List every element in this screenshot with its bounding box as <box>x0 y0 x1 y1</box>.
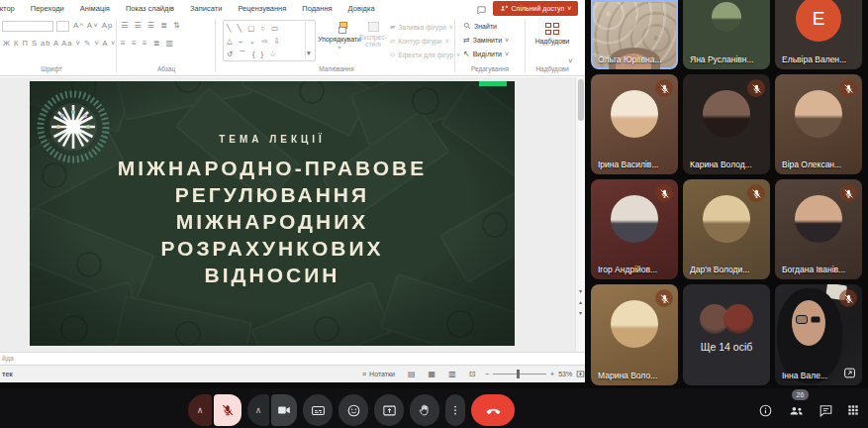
tab-review[interactable]: Рецензування <box>230 4 294 13</box>
mic-off-icon <box>659 83 670 94</box>
meeting-screen: Конструктор Переходи Анімація Показ слай… <box>0 0 868 428</box>
find-button[interactable]: Знайти <box>463 22 497 30</box>
mic-off-icon <box>221 403 235 417</box>
participant-tile[interactable]: Ще 14 осіб <box>683 284 770 385</box>
tab-help[interactable]: Довідка <box>340 4 383 13</box>
font-size-box[interactable] <box>56 21 69 32</box>
camera-button[interactable] <box>271 394 297 426</box>
tab-animations[interactable]: Анімація <box>72 4 118 13</box>
captions-icon <box>311 403 326 418</box>
replace-button[interactable]: ⇄ Замінити˅ <box>463 36 509 45</box>
chat-icon <box>819 403 833 418</box>
scrollbar-thumb[interactable] <box>578 79 584 121</box>
tab-view[interactable]: Подання <box>294 4 339 13</box>
group-label-paragraph: Абзац <box>137 65 196 72</box>
muted-mic-indicator <box>839 289 857 307</box>
participant-tile[interactable]: Дар'я Володи... <box>683 179 770 279</box>
reactions-button[interactable] <box>338 394 368 426</box>
more-participants-label: Ще 14 осіб <box>683 341 770 353</box>
mic-off-icon <box>659 188 670 199</box>
ribbon-collapse-icon[interactable]: ˅ <box>568 56 573 65</box>
share-button[interactable]: Спільний доступ ˅ <box>493 1 578 16</box>
quick-styles-button: Експрес- стилі <box>360 22 386 48</box>
select-button[interactable]: ↖ Виділити˅ <box>463 50 509 58</box>
tab-record[interactable]: Записати <box>182 4 230 13</box>
ppt-ribbon: A^ A˅ Ap Ж К П S ab A Aa ˅ ✎ ˅ A ˅ ☰ ☰ ☰… <box>0 17 585 76</box>
participant-tile[interactable]: Ольга Юріївна... <box>591 0 678 69</box>
tab-design[interactable]: Конструктор <box>0 4 23 13</box>
notes-toggle-button[interactable]: ≡ Нотатки <box>362 371 395 377</box>
participant-name: Марина Воло... <box>598 371 657 380</box>
fit-to-window-icon[interactable] <box>576 370 585 378</box>
mic-mute-button[interactable] <box>214 394 241 426</box>
participant-name: Віра Олексан... <box>782 160 841 169</box>
shape-effects-button: ◇Ефекти для фігур˅ <box>390 51 460 58</box>
zoom-slider-thumb[interactable] <box>517 370 520 378</box>
mic-dropdown-button[interactable]: ∧ <box>188 394 212 426</box>
smiley-icon <box>346 403 361 418</box>
grid-icon <box>846 403 860 417</box>
slide-scrollbar[interactable]: ▾ ▴ ▾ <box>575 77 585 352</box>
camera-icon <box>277 403 291 417</box>
zoom-in-icon[interactable]: + <box>550 371 554 377</box>
participant-tile[interactable]: Ірина Василів... <box>591 74 678 174</box>
paragraph-list-icons[interactable]: ☰ ☰ ☰ ≣ ⇅ <box>121 21 182 30</box>
font-size-icons[interactable]: A^ A˅ Ap <box>73 21 113 30</box>
zoom-out-icon[interactable]: − <box>485 371 489 377</box>
ppt-menu-bar: Конструктор Переходи Анімація Показ слай… <box>0 0 585 17</box>
participant-name: Інна Вале... <box>782 371 827 380</box>
shapes-scroll-arrow[interactable]: ▾ <box>305 22 314 59</box>
arrange-button[interactable]: Упорядкувати ˅ <box>319 22 360 51</box>
participant-tile[interactable]: Яна Русланівн... <box>683 0 770 69</box>
font-name-box[interactable] <box>2 21 53 32</box>
info-button[interactable] <box>755 400 775 420</box>
present-button[interactable] <box>374 394 404 426</box>
chat-button[interactable] <box>816 400 835 420</box>
participant-tile[interactable]: Марина Воло... <box>591 284 678 385</box>
next-slide-icon[interactable]: ▾ <box>579 309 582 316</box>
camera-dropdown-button[interactable]: ∧ <box>247 394 269 426</box>
zoom-level[interactable]: 53% <box>558 371 572 377</box>
avatar <box>611 300 658 348</box>
participant-name: Богдана Іванів... <box>782 265 845 274</box>
previous-slide-icon[interactable]: ▴ <box>579 298 582 305</box>
participant-tile[interactable]: Ігор Андрійов... <box>591 179 678 279</box>
activities-button[interactable] <box>843 400 863 420</box>
participant-tile[interactable]: Богдана Іванів... <box>775 179 862 279</box>
avatar <box>795 90 842 138</box>
more-options-button[interactable] <box>445 394 465 426</box>
avatar <box>712 2 741 32</box>
slide: ТЕМА ЛЕКЦІЇ МІЖНАРОДНО-ПРАВОВЕ РЕГУЛЮВАН… <box>30 81 515 346</box>
people-icon <box>788 402 805 419</box>
slideshow-icon[interactable]: ⊡ <box>469 370 476 378</box>
addins-button[interactable]: Надбудови <box>532 23 572 45</box>
participant-tile[interactable]: Карина Волод... <box>683 74 770 174</box>
zoom-slider[interactable] <box>493 374 546 374</box>
powerpoint-window: Конструктор Переходи Анімація Показ слай… <box>0 0 585 382</box>
avatar <box>723 304 753 334</box>
tab-transitions[interactable]: Переходи <box>23 4 72 13</box>
normal-view-icon[interactable]: ▤ <box>408 370 416 378</box>
avatar <box>703 195 750 243</box>
participant-tile[interactable]: ЕЕльвіра Вален... <box>775 0 862 69</box>
captions-button[interactable] <box>303 394 333 426</box>
scroll-down-icon[interactable]: ▾ <box>579 287 582 294</box>
notes-pane[interactable]: йда <box>0 352 585 365</box>
mic-off-icon <box>659 293 670 304</box>
raise-hand-button[interactable] <box>410 394 439 426</box>
participant-tile[interactable]: Віра Олексан... <box>775 74 862 174</box>
paragraph-align-icons[interactable]: ≡ ≡ ≡ ≣ ▥ <box>121 39 175 48</box>
font-style-icons[interactable]: Ж К П S ab A Aa ˅ ✎ ˅ A ˅ <box>3 39 116 48</box>
reading-view-icon[interactable]: ▥ <box>448 370 456 378</box>
slide-sorter-icon[interactable]: ▦ <box>429 370 436 378</box>
chevron-up-icon: ∧ <box>255 405 262 415</box>
participant-name: Ельвіра Вален... <box>782 54 846 64</box>
participant-tile[interactable]: Інна Вале... <box>775 284 862 385</box>
glasses <box>796 315 808 324</box>
shapes-gallery[interactable]: ╲ ╲ ▢ ○ ▭ △ ⌣ ⌄ ⇨ ⇩ ↺ ⌒ { } ☆ ▾ <box>223 20 316 61</box>
pop-out-button[interactable] <box>841 365 857 380</box>
end-call-button[interactable] <box>471 394 515 426</box>
mic-off-icon <box>843 83 854 94</box>
tab-slideshow[interactable]: Показ слайдів <box>118 4 182 13</box>
people-button[interactable] <box>786 400 806 420</box>
